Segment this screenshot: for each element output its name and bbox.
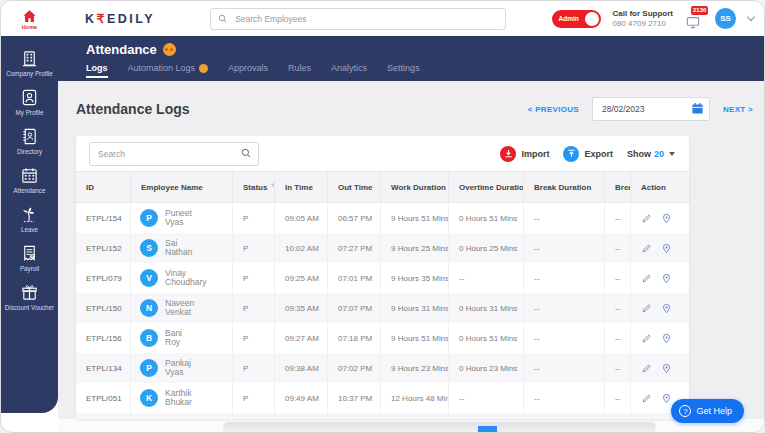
table-body: ETPL/154PPuneetVyasP09:05 AM06:57 PM9 Ho… <box>76 203 689 419</box>
sidebar-item-payroll[interactable]: Payroll <box>1 241 58 275</box>
cell-break-duration: -- <box>524 203 605 233</box>
edit-icon[interactable] <box>641 303 652 314</box>
profile-card-icon <box>20 88 39 107</box>
column-header-work-duration: Work Duration <box>381 172 449 202</box>
cell-employee-name: VVinayChoudhary <box>131 263 233 293</box>
table-search <box>89 142 259 166</box>
sidebar-item-leave[interactable]: Leave <box>1 202 58 236</box>
cell-status: P <box>233 233 275 263</box>
location-pin-icon[interactable] <box>661 243 672 254</box>
tab-analytics[interactable]: Analytics <box>331 63 367 73</box>
cell-breaks: -- <box>605 353 631 383</box>
logo-rupee-glyph: ₹ <box>97 12 107 26</box>
edit-icon[interactable] <box>641 273 652 284</box>
cell-breaks: -- <box>605 203 631 233</box>
sidebar-item-label: Attendance <box>3 187 57 194</box>
show-label: Show <box>627 149 651 159</box>
tab-settings[interactable]: Settings <box>387 63 420 73</box>
get-help-button[interactable]: ? Get Help <box>671 399 744 423</box>
tab-approvals[interactable]: Approvals <box>228 63 268 73</box>
module-tabs: Logs Automation Logs Approvals Rules Ana… <box>86 63 765 73</box>
sidebar-item-my-profile[interactable]: My Profile <box>1 85 58 119</box>
next-link[interactable]: NEXT > <box>723 105 753 114</box>
horizontal-scrollbar-track[interactable] <box>223 422 656 433</box>
app-window: Home K₹EDILY Admin Call for Support 080 … <box>0 0 765 433</box>
location-pin-icon[interactable] <box>661 363 672 374</box>
search-employees-input[interactable] <box>210 8 506 30</box>
sidebar-item-attendance[interactable]: Attendance <box>1 163 58 197</box>
table-row: ETPL/152SSaiNathanP10:02 AM07:27 PM9 Hou… <box>76 233 689 263</box>
table-search-input[interactable] <box>89 142 259 166</box>
tab-logs[interactable]: Logs <box>86 63 108 78</box>
edit-icon[interactable] <box>641 333 652 344</box>
tab-label: Approvals <box>228 63 268 73</box>
location-pin-icon[interactable] <box>661 393 672 404</box>
previous-link[interactable]: < PREVIOUS <box>528 105 579 114</box>
edit-icon[interactable] <box>641 393 652 404</box>
top-header: Home K₹EDILY Admin Call for Support 080 … <box>1 1 765 36</box>
cell-work-duration: 9 Hours 25 Mins <box>381 233 449 263</box>
show-per-page-dropdown[interactable]: Show 20 <box>627 149 675 159</box>
cell-in-time: 09:25 AM <box>275 263 328 293</box>
app-logo: K₹EDILY <box>85 11 155 26</box>
cell-overtime-duration: 0 Hours 51 Mins <box>449 203 524 233</box>
cell-break-duration: -- <box>524 233 605 263</box>
cell-employee-name: BBaniRoy <box>131 323 233 353</box>
page-heading-row: Attendance Logs < PREVIOUS NEXT > <box>76 97 753 121</box>
column-header-label: Status <box>243 183 267 192</box>
sidebar: Company Profile My Profile Directory Att… <box>1 36 58 413</box>
sidebar-item-discount-voucher[interactable]: Discount Voucher <box>1 280 58 314</box>
home-button[interactable]: Home <box>1 8 58 30</box>
palm-tree-icon <box>20 205 39 224</box>
location-pin-icon[interactable] <box>661 273 672 284</box>
sidebar-item-company-profile[interactable]: Company Profile <box>1 46 58 80</box>
cell-break-duration: -- <box>524 293 605 323</box>
cell-out-time: 07:01 PM <box>328 263 381 293</box>
cell-status: P <box>233 203 275 233</box>
support-title: Call for Support <box>613 9 673 19</box>
import-button[interactable]: Import <box>500 146 549 162</box>
cell-action <box>631 263 689 293</box>
employee-name: BaniRoy <box>165 329 182 348</box>
tab-rules[interactable]: Rules <box>288 63 311 73</box>
logo-text: K <box>85 12 97 26</box>
automation-logs-badge <box>199 64 208 73</box>
notifications-button[interactable]: 2136 <box>685 10 703 28</box>
sidebar-item-directory[interactable]: Directory <box>1 124 58 158</box>
calendar-picker-icon[interactable] <box>691 102 704 115</box>
sidebar-item-label: Payroll <box>3 265 57 272</box>
location-pin-icon[interactable] <box>661 333 672 344</box>
location-pin-icon[interactable] <box>661 303 672 314</box>
edit-icon[interactable] <box>641 243 652 254</box>
cell-breaks: -- <box>605 263 631 293</box>
gift-icon <box>20 283 39 302</box>
logo-text: EDILY <box>107 12 155 26</box>
horizontal-scrollbar-thumb[interactable] <box>478 426 497 433</box>
column-header-id: ID <box>76 172 131 202</box>
admin-toggle[interactable]: Admin <box>552 10 601 28</box>
column-header-out-time: Out Time <box>328 172 381 202</box>
show-value: 20 <box>654 149 664 159</box>
receipt-icon <box>20 244 39 263</box>
cell-in-time <box>275 413 328 419</box>
edit-icon[interactable] <box>641 363 652 374</box>
sidebar-item-label: Company Profile <box>3 70 57 77</box>
export-button[interactable]: Export <box>563 146 613 162</box>
chevron-down-icon[interactable] <box>747 13 755 21</box>
support-info: Call for Support 080 4709 2710 <box>613 9 673 29</box>
page-title: Attendance Logs <box>76 101 190 117</box>
table-row: ETPL/154PPuneetVyasP09:05 AM06:57 PM9 Ho… <box>76 203 689 233</box>
table-header: ID Employee Name Status In Time Out Time… <box>76 171 689 203</box>
cell-id: ETPL/152 <box>76 233 131 263</box>
global-search <box>210 8 506 30</box>
user-avatar[interactable]: SS <box>715 8 736 29</box>
import-icon <box>500 146 516 162</box>
cell-overtime-duration: -- <box>449 383 524 413</box>
cell-break-duration: -- <box>524 353 605 383</box>
cell-work-duration: 9 Hours 23 Mins <box>381 353 449 383</box>
edit-icon[interactable] <box>641 213 652 224</box>
search-icon <box>240 147 252 159</box>
employee-avatar: B <box>140 329 158 347</box>
tab-automation-logs[interactable]: Automation Logs <box>128 63 209 73</box>
location-pin-icon[interactable] <box>661 213 672 224</box>
